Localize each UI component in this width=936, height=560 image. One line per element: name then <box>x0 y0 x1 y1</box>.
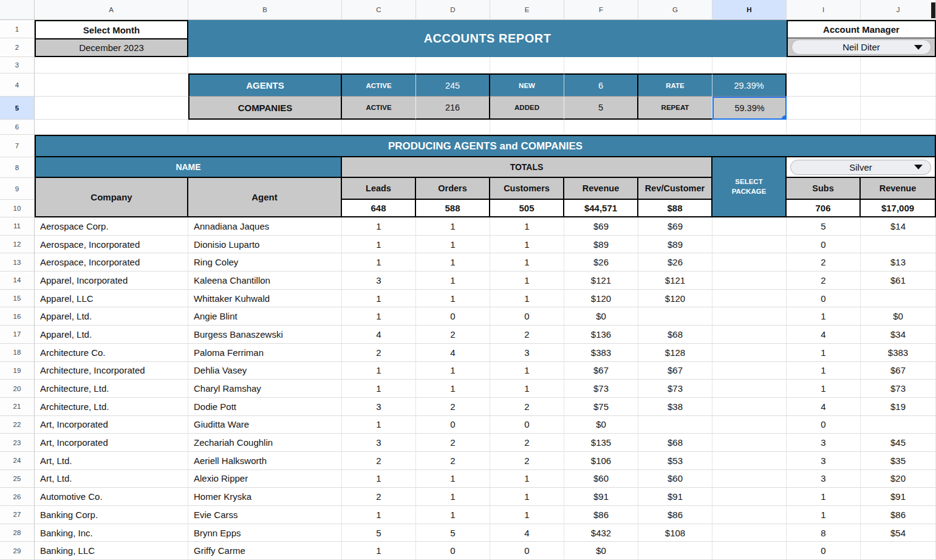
data-cell[interactable]: Art, Ltd. <box>35 452 188 470</box>
row-header-27[interactable]: 27 <box>0 506 35 524</box>
data-cell[interactable]: Aeriell Halksworth <box>188 452 342 470</box>
data-cell[interactable]: 2 <box>787 253 861 271</box>
data-cell[interactable]: $86 <box>638 506 712 524</box>
data-cell[interactable]: 1 <box>490 236 564 254</box>
data-cell[interactable]: $67 <box>564 362 638 380</box>
data-cell[interactable]: $91 <box>564 488 638 506</box>
data-cell[interactable]: Art, Ltd. <box>35 470 188 488</box>
cell[interactable] <box>787 57 861 73</box>
data-cell[interactable] <box>712 307 787 326</box>
data-cell[interactable]: 1 <box>490 253 564 271</box>
package-dropdown[interactable]: Silver <box>787 157 936 178</box>
cell[interactable] <box>861 73 936 97</box>
data-cell[interactable]: 2 <box>342 452 416 470</box>
row-header-24[interactable]: 24 <box>0 452 35 470</box>
data-cell[interactable]: 1 <box>342 416 416 434</box>
data-cell[interactable] <box>638 542 712 560</box>
data-cell[interactable]: $108 <box>638 524 712 542</box>
data-cell[interactable]: Homer Kryska <box>188 488 342 506</box>
row-header-15[interactable]: 15 <box>0 290 35 308</box>
data-cell[interactable]: $67 <box>638 362 712 380</box>
data-cell[interactable]: Burgess Banaszewski <box>188 326 342 344</box>
total-customers[interactable]: 505 <box>490 200 564 217</box>
data-cell[interactable]: 2 <box>490 398 564 416</box>
data-cell[interactable] <box>712 362 787 380</box>
row-header-23[interactable]: 23 <box>0 434 35 452</box>
data-cell[interactable]: Architecture, Ltd. <box>35 380 188 398</box>
data-cell[interactable]: $14 <box>861 217 936 236</box>
row-header-22[interactable]: 22 <box>0 416 35 434</box>
data-cell[interactable]: $26 <box>564 253 638 271</box>
data-cell[interactable]: Alexio Ripper <box>188 470 342 488</box>
data-cell[interactable]: Paloma Ferriman <box>188 344 342 362</box>
column-header-I[interactable]: I <box>787 0 861 20</box>
row-header-20[interactable]: 20 <box>0 380 35 398</box>
data-cell[interactable]: 5 <box>342 524 416 542</box>
data-cell[interactable]: $135 <box>564 434 638 452</box>
data-cell[interactable] <box>712 344 787 362</box>
account-manager-label[interactable]: Account Manager <box>787 20 936 38</box>
account-manager-dropdown[interactable]: Neil Diter <box>787 38 936 57</box>
row-header-28[interactable]: 28 <box>0 524 35 542</box>
data-cell[interactable] <box>638 416 712 434</box>
cell[interactable] <box>490 120 564 135</box>
data-cell[interactable]: $69 <box>638 217 712 236</box>
column-header-customers[interactable]: Customers <box>490 178 564 200</box>
data-cell[interactable]: 1 <box>490 506 564 524</box>
data-cell[interactable]: Giuditta Ware <box>188 416 342 434</box>
row-header-14[interactable]: 14 <box>0 271 35 290</box>
data-cell[interactable]: 1 <box>416 506 490 524</box>
cell[interactable] <box>861 97 936 120</box>
data-cell[interactable]: 1 <box>490 217 564 236</box>
data-cell[interactable]: 1 <box>342 253 416 271</box>
row-header-8[interactable]: 8 <box>0 157 35 178</box>
data-cell[interactable]: 2 <box>416 398 490 416</box>
data-cell[interactable]: 1 <box>787 344 861 362</box>
producing-table-title[interactable]: PRODUCING AGENTS and COMPANIES <box>35 135 936 157</box>
data-cell[interactable]: $0 <box>564 307 638 326</box>
data-cell[interactable]: Dehlia Vasey <box>188 362 342 380</box>
data-cell[interactable]: Banking, Inc. <box>35 524 188 542</box>
row-header-25[interactable]: 25 <box>0 470 35 488</box>
data-cell[interactable]: $69 <box>564 217 638 236</box>
summary-companies-added-label[interactable]: ADDED <box>490 97 564 120</box>
data-cell[interactable]: $121 <box>564 271 638 290</box>
data-cell[interactable]: Annadiana Jaques <box>188 217 342 236</box>
data-cell[interactable] <box>712 236 787 254</box>
cell[interactable] <box>35 120 188 135</box>
data-cell[interactable]: $106 <box>564 452 638 470</box>
row-header-3[interactable]: 3 <box>0 57 35 73</box>
data-cell[interactable]: 1 <box>490 271 564 290</box>
data-cell[interactable]: 1 <box>787 362 861 380</box>
data-cell[interactable]: $60 <box>638 470 712 488</box>
cell[interactable] <box>188 57 342 73</box>
data-cell[interactable]: 1 <box>342 307 416 326</box>
data-cell[interactable]: 3 <box>787 470 861 488</box>
data-cell[interactable]: $89 <box>564 236 638 254</box>
data-cell[interactable]: $73 <box>638 380 712 398</box>
cell[interactable] <box>638 120 712 135</box>
data-cell[interactable]: 2 <box>490 434 564 452</box>
data-cell[interactable]: Aerospace, Incorporated <box>35 253 188 271</box>
summary-agents-new-value[interactable]: 6 <box>564 73 638 97</box>
total-subs[interactable]: 706 <box>787 200 861 217</box>
summary-companies-repeat-label[interactable]: REPEAT <box>638 97 712 120</box>
data-cell[interactable] <box>861 236 936 254</box>
data-cell[interactable]: 0 <box>416 307 490 326</box>
summary-companies-label[interactable]: COMPANIES <box>188 97 342 120</box>
report-title[interactable]: ACCOUNTS REPORT <box>188 20 787 57</box>
data-cell[interactable]: Architecture, Ltd. <box>35 398 188 416</box>
vertical-scrollbar-thumb[interactable] <box>931 2 935 18</box>
account-manager-pill[interactable]: Neil Diter <box>791 39 931 55</box>
data-cell[interactable]: Brynn Epps <box>188 524 342 542</box>
data-cell[interactable] <box>712 506 787 524</box>
cell[interactable] <box>564 120 638 135</box>
data-cell[interactable]: 1 <box>416 236 490 254</box>
data-cell[interactable]: 1 <box>342 290 416 308</box>
column-header-E[interactable]: E <box>490 0 564 20</box>
data-cell[interactable]: 1 <box>416 217 490 236</box>
data-cell[interactable]: $34 <box>861 326 936 344</box>
data-cell[interactable] <box>861 290 936 308</box>
data-cell[interactable]: 0 <box>490 416 564 434</box>
data-cell[interactable]: Apparel, Ltd. <box>35 307 188 326</box>
